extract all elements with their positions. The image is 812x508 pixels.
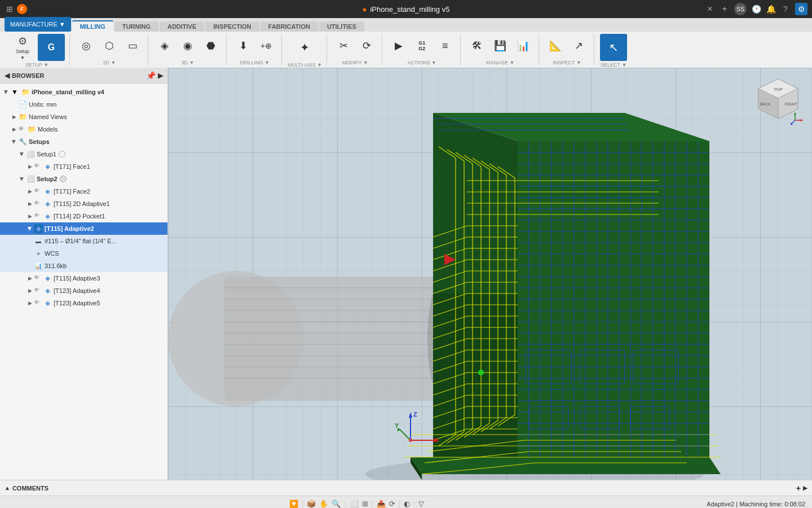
axis-indicator-group: Z X Y (395, 411, 439, 444)
close-button[interactable]: × (705, 4, 715, 14)
profile-circle[interactable]: SS (734, 3, 747, 15)
tree-arrow-t115-a2[interactable]: ▶ (26, 225, 34, 233)
3d-btn-1[interactable]: ◈ (154, 34, 175, 58)
browser-pin-icon[interactable]: 📌 (146, 71, 156, 80)
tree-arrow-t115-2da1[interactable]: ▶ (26, 200, 34, 208)
bell-icon[interactable]: 🔔 (766, 4, 776, 14)
actions-btn-1[interactable]: ▶ (388, 34, 409, 58)
tree-item-t123-adaptive4[interactable]: ▶ 👁 ◈ [T123] Adaptive4 (0, 284, 167, 297)
3d-btn-3[interactable]: ⬣ (200, 34, 222, 58)
tree-arrow-setup1[interactable]: ▶ (18, 150, 26, 158)
tab-fabrication[interactable]: FABRICATION (261, 21, 318, 32)
help-icon[interactable]: ? (780, 4, 791, 14)
tree-arrow-t171-face1[interactable]: ▶ (26, 163, 34, 170)
comments-expand-right-icon[interactable]: ▶ (803, 485, 807, 491)
manufacture-dropdown[interactable]: MANUFACTURE ▼ (5, 17, 71, 32)
tree-icon-setup1: ⬜ (26, 150, 35, 159)
tree-arrow-root[interactable]: ▶ (2, 88, 10, 96)
multiaxis-btn[interactable]: ✦ (292, 34, 319, 61)
tree-arrow-t171-face2[interactable]: ▶ (26, 187, 34, 195)
tree-arrow-t114-pocket1[interactable]: ▶ (26, 212, 34, 220)
ribbon-group-3d: ◈ ◉ ⬣ 3D ▼ (149, 34, 227, 65)
drilling-btn-2[interactable]: +⊕ (255, 34, 277, 58)
browser-expand-icon[interactable]: ▶ (158, 72, 163, 80)
tree-arrow-setup2[interactable]: ▶ (18, 175, 26, 183)
select-btn[interactable]: ↖ (600, 34, 627, 61)
tab-additive[interactable]: ADDITIVE (160, 21, 204, 32)
tree-item-units[interactable]: ▶ 📄 Units: mm (0, 98, 167, 111)
tree-item-t115-adaptive2[interactable]: ▶ ◈ [T115] Adaptive2 (0, 222, 167, 235)
tree-arrow-named-views[interactable]: ▶ (10, 113, 18, 121)
browser-back-icon[interactable]: ◀ (5, 72, 10, 80)
view-cube[interactable]: TOP RIGHT BACK (753, 76, 804, 127)
tree-item-setup1[interactable]: ▶ ⬜ Setup1 (0, 148, 167, 160)
tree-item-t123-adaptive5[interactable]: ▶ 👁 ◈ [T123] Adaptive5 (0, 297, 167, 309)
tree-arrow-t115-a3[interactable]: ▶ (26, 274, 34, 282)
actions-btn-2[interactable]: G1G2 (411, 34, 433, 58)
g-button[interactable]: G (38, 34, 65, 61)
clock-icon[interactable]: 🕐 (751, 4, 761, 14)
filter-icon[interactable]: ▽ (418, 500, 424, 508)
tree-arrow-t123-a4[interactable]: ▶ (26, 287, 34, 295)
modify-btn-2[interactable]: ⟳ (356, 34, 377, 58)
tree-label-named-views: Named Views (29, 113, 67, 120)
tree-arrow-setups[interactable]: ▶ (10, 138, 18, 146)
tree-item-t171-face1[interactable]: ▶ 👁 ◈ [T171] Face1 (0, 160, 167, 173)
manage-btn-2[interactable]: 💾 (489, 34, 511, 58)
actions-btn-3[interactable]: ≡ (434, 34, 456, 58)
new-tab-button[interactable]: + (720, 4, 730, 14)
2d-buttons: ◎ ⬡ ▭ (76, 34, 143, 58)
tree-item-root[interactable]: ▶ ▼ 📁 iPhone_stand_milling v4 (0, 86, 167, 98)
tree-arrow-models[interactable]: ▶ (10, 125, 18, 133)
share-icon[interactable]: 📤 (377, 500, 386, 508)
tab-utilities[interactable]: UTILITIES (319, 21, 364, 32)
inspect-btn-2[interactable]: ↗ (568, 34, 589, 58)
zoom-icon[interactable]: 🔍 (332, 500, 341, 508)
setup-button[interactable]: ⚙ Setup ▼ (9, 34, 36, 61)
multiaxis-buttons: ✦ (292, 34, 319, 61)
3d-model-svg: Z X Y (168, 68, 812, 480)
modify-group-label: MODIFY ▼ (342, 60, 368, 65)
inspect-btn-1[interactable]: 📐 (545, 34, 566, 58)
tree-item-t114-2d-pocket1[interactable]: ▶ 👁 ◈ [T114] 2D Pocket1 (0, 210, 167, 222)
2d-btn-2[interactable]: ⬡ (99, 34, 120, 58)
tree-label-t114-pocket1: [T114] 2D Pocket1 (54, 213, 105, 220)
tree-item-setup2[interactable]: ▶ ⬜ Setup2 (0, 173, 167, 185)
comments-expand-icon[interactable]: ▲ (5, 485, 10, 491)
view-cube-toggle[interactable]: ⬜ (350, 500, 359, 508)
ribbon-group-drilling: ⬇ +⊕ DRILLING ▼ (228, 34, 282, 65)
tab-milling[interactable]: MILLING (72, 20, 113, 32)
tree-label-t171-face2: [T171] Face2 (54, 188, 90, 195)
svg-text:RIGHT: RIGHT (785, 102, 798, 106)
2d-btn-3[interactable]: ▭ (122, 34, 143, 58)
tree-item-t115-adaptive3[interactable]: ▶ 👁 ◈ [T115] Adaptive3 (0, 272, 167, 284)
tree-arrow-t123-a5[interactable]: ▶ (26, 299, 34, 307)
tab-inspection[interactable]: INSPECTION (205, 21, 259, 32)
tree-item-models[interactable]: ▶ 👁 📁 Models (0, 123, 167, 135)
viewport[interactable]: Z X Y (168, 68, 812, 480)
tree-item-t115-2d-adaptive1[interactable]: ▶ 👁 ◈ [T115] 2D Adaptive1 (0, 198, 167, 210)
refresh-icon[interactable]: ⟳ (389, 500, 395, 508)
grid-toggle[interactable]: ⊞ (362, 500, 368, 508)
pan-icon[interactable]: ✋ (319, 500, 328, 508)
tab-turning[interactable]: TURNING (114, 21, 158, 32)
2d-btn-1[interactable]: ◎ (76, 34, 97, 58)
3d-btn-2[interactable]: ◉ (177, 34, 198, 58)
manage-btn-1[interactable]: 🛠 (466, 34, 488, 58)
drilling-btn-1[interactable]: ⬇ (232, 34, 254, 58)
pan-dropdown-icon[interactable]: 🔽 (289, 500, 298, 508)
manage-btn-3[interactable]: 📊 (513, 34, 534, 58)
comments-plus-icon[interactable]: + (796, 484, 801, 493)
shade-icon[interactable]: ◐ (404, 500, 410, 508)
grid-menu-button[interactable]: ⊞ (5, 4, 15, 14)
app-logo-icon: ● (363, 5, 367, 14)
modify-btn-1[interactable]: ✂ (333, 34, 354, 58)
tree-label-wcs: WCS (45, 250, 59, 257)
tree-item-setups[interactable]: ▶ 🔧 Setups (0, 135, 167, 148)
svg-text:Y: Y (395, 422, 399, 429)
tree-item-named-views[interactable]: ▶ 📁 Named Views (0, 111, 167, 123)
settings-icon[interactable]: ⚙ (795, 3, 807, 15)
tree-item-t171-face2[interactable]: ▶ 👁 ◈ [T171] Face2 (0, 185, 167, 198)
tree-icon-named-views: 📁 (18, 112, 27, 121)
box-icon[interactable]: 📦 (307, 500, 316, 508)
